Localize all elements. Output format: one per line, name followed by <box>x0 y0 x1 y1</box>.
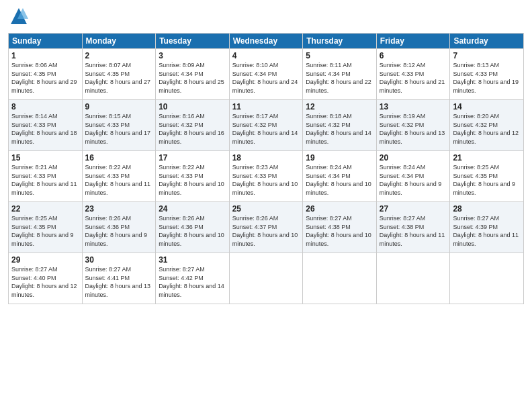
day-info: Sunrise: 8:13 AMSunset: 4:33 PMDaylight:… <box>453 62 519 94</box>
day-number: 12 <box>306 102 373 111</box>
calendar-cell: 16Sunrise: 8:22 AMSunset: 4:33 PMDayligh… <box>82 151 156 202</box>
day-number: 6 <box>380 51 447 60</box>
day-number: 14 <box>453 102 521 111</box>
day-number: 13 <box>380 102 447 111</box>
day-number: 17 <box>159 153 226 163</box>
calendar-cell: 29Sunrise: 8:27 AMSunset: 4:40 PMDayligh… <box>9 253 83 304</box>
calendar-cell: 23Sunrise: 8:26 AMSunset: 4:36 PMDayligh… <box>82 202 156 253</box>
day-info: Sunrise: 8:20 AMSunset: 4:32 PMDaylight:… <box>453 113 519 145</box>
calendar-cell: 4Sunrise: 8:10 AMSunset: 4:34 PMDaylight… <box>229 49 303 100</box>
calendar-cell: 25Sunrise: 8:26 AMSunset: 4:37 PMDayligh… <box>229 202 303 253</box>
day-info: Sunrise: 8:27 AMSunset: 4:41 PMDaylight:… <box>85 266 151 298</box>
weekday-header-friday: Friday <box>376 34 450 49</box>
day-number: 10 <box>159 102 226 111</box>
day-info: Sunrise: 8:14 AMSunset: 4:33 PMDaylight:… <box>11 113 77 145</box>
day-info: Sunrise: 8:06 AMSunset: 4:35 PMDaylight:… <box>11 62 77 94</box>
day-number: 29 <box>11 255 79 265</box>
day-info: Sunrise: 8:15 AMSunset: 4:33 PMDaylight:… <box>85 113 151 145</box>
day-number: 4 <box>232 51 300 60</box>
calendar-cell: 31Sunrise: 8:27 AMSunset: 4:42 PMDayligh… <box>156 253 230 304</box>
week-row-4: 22Sunrise: 8:25 AMSunset: 4:35 PMDayligh… <box>9 202 524 253</box>
day-info: Sunrise: 8:26 AMSunset: 4:37 PMDaylight:… <box>232 215 298 247</box>
day-number: 23 <box>85 204 153 214</box>
calendar-cell: 7Sunrise: 8:13 AMSunset: 4:33 PMDaylight… <box>450 49 524 100</box>
day-info: Sunrise: 8:23 AMSunset: 4:33 PMDaylight:… <box>232 164 298 196</box>
header <box>8 7 524 29</box>
day-info: Sunrise: 8:16 AMSunset: 4:32 PMDaylight:… <box>159 113 224 145</box>
calendar-cell: 22Sunrise: 8:25 AMSunset: 4:35 PMDayligh… <box>9 202 83 253</box>
weekday-header-wednesday: Wednesday <box>229 34 303 49</box>
calendar-cell: 14Sunrise: 8:20 AMSunset: 4:32 PMDayligh… <box>450 100 524 151</box>
weekday-header-tuesday: Tuesday <box>156 34 230 49</box>
day-info: Sunrise: 8:27 AMSunset: 4:40 PMDaylight:… <box>11 266 77 298</box>
day-info: Sunrise: 8:17 AMSunset: 4:32 PMDaylight:… <box>232 113 298 145</box>
day-info: Sunrise: 8:25 AMSunset: 4:35 PMDaylight:… <box>453 164 515 196</box>
day-info: Sunrise: 8:19 AMSunset: 4:32 PMDaylight:… <box>380 113 445 145</box>
day-info: Sunrise: 8:26 AMSunset: 4:36 PMDaylight:… <box>85 215 148 247</box>
calendar-cell: 15Sunrise: 8:21 AMSunset: 4:33 PMDayligh… <box>9 151 83 202</box>
day-number: 2 <box>85 51 153 60</box>
calendar-cell: 18Sunrise: 8:23 AMSunset: 4:33 PMDayligh… <box>229 151 303 202</box>
day-info: Sunrise: 8:24 AMSunset: 4:34 PMDaylight:… <box>380 164 442 196</box>
weekday-header-monday: Monday <box>82 34 156 49</box>
day-number: 11 <box>232 102 300 111</box>
day-number: 24 <box>159 204 226 214</box>
calendar-cell: 28Sunrise: 8:27 AMSunset: 4:39 PMDayligh… <box>450 202 524 253</box>
calendar-cell: 11Sunrise: 8:17 AMSunset: 4:32 PMDayligh… <box>229 100 303 151</box>
calendar-cell: 27Sunrise: 8:27 AMSunset: 4:38 PMDayligh… <box>376 202 450 253</box>
day-number: 28 <box>453 204 521 214</box>
calendar-cell <box>450 253 524 304</box>
day-number: 27 <box>380 204 447 214</box>
day-info: Sunrise: 8:26 AMSunset: 4:36 PMDaylight:… <box>159 215 224 247</box>
week-row-1: 1Sunrise: 8:06 AMSunset: 4:35 PMDaylight… <box>9 49 524 100</box>
day-number: 7 <box>453 51 521 60</box>
calendar-cell: 2Sunrise: 8:07 AMSunset: 4:35 PMDaylight… <box>82 49 156 100</box>
calendar-cell: 3Sunrise: 8:09 AMSunset: 4:34 PMDaylight… <box>156 49 230 100</box>
calendar-cell: 12Sunrise: 8:18 AMSunset: 4:32 PMDayligh… <box>303 100 377 151</box>
day-number: 16 <box>85 153 153 163</box>
day-info: Sunrise: 8:21 AMSunset: 4:33 PMDaylight:… <box>11 164 77 196</box>
day-number: 22 <box>11 204 79 214</box>
day-number: 9 <box>85 102 153 111</box>
week-row-2: 8Sunrise: 8:14 AMSunset: 4:33 PMDaylight… <box>9 100 524 151</box>
calendar-cell: 1Sunrise: 8:06 AMSunset: 4:35 PMDaylight… <box>9 49 83 100</box>
day-number: 8 <box>11 102 79 111</box>
calendar-cell <box>303 253 377 304</box>
day-info: Sunrise: 8:07 AMSunset: 4:35 PMDaylight:… <box>85 62 151 94</box>
calendar-cell: 8Sunrise: 8:14 AMSunset: 4:33 PMDaylight… <box>9 100 83 151</box>
day-info: Sunrise: 8:11 AMSunset: 4:34 PMDaylight:… <box>306 62 371 94</box>
weekday-header-thursday: Thursday <box>303 34 377 49</box>
day-info: Sunrise: 8:12 AMSunset: 4:33 PMDaylight:… <box>380 62 445 94</box>
weekday-header-saturday: Saturday <box>450 34 524 49</box>
day-info: Sunrise: 8:27 AMSunset: 4:38 PMDaylight:… <box>380 215 445 247</box>
day-info: Sunrise: 8:27 AMSunset: 4:39 PMDaylight:… <box>453 215 519 247</box>
day-info: Sunrise: 8:27 AMSunset: 4:38 PMDaylight:… <box>306 215 371 247</box>
calendar-cell: 17Sunrise: 8:22 AMSunset: 4:33 PMDayligh… <box>156 151 230 202</box>
weekday-header-row: SundayMondayTuesdayWednesdayThursdayFrid… <box>9 34 524 49</box>
day-info: Sunrise: 8:22 AMSunset: 4:33 PMDaylight:… <box>85 164 151 196</box>
calendar-cell: 24Sunrise: 8:26 AMSunset: 4:36 PMDayligh… <box>156 202 230 253</box>
day-info: Sunrise: 8:25 AMSunset: 4:35 PMDaylight:… <box>11 215 74 247</box>
day-info: Sunrise: 8:10 AMSunset: 4:34 PMDaylight:… <box>232 62 298 94</box>
calendar-cell: 13Sunrise: 8:19 AMSunset: 4:32 PMDayligh… <box>376 100 450 151</box>
day-number: 26 <box>306 204 373 214</box>
day-number: 30 <box>85 255 153 265</box>
logo-icon <box>9 7 28 26</box>
week-row-3: 15Sunrise: 8:21 AMSunset: 4:33 PMDayligh… <box>9 151 524 202</box>
calendar-cell: 26Sunrise: 8:27 AMSunset: 4:38 PMDayligh… <box>303 202 377 253</box>
calendar-cell: 20Sunrise: 8:24 AMSunset: 4:34 PMDayligh… <box>376 151 450 202</box>
weekday-header-sunday: Sunday <box>9 34 83 49</box>
day-number: 3 <box>159 51 226 60</box>
calendar-cell: 19Sunrise: 8:24 AMSunset: 4:34 PMDayligh… <box>303 151 377 202</box>
calendar-cell <box>376 253 450 304</box>
day-number: 31 <box>159 255 226 265</box>
day-info: Sunrise: 8:09 AMSunset: 4:34 PMDaylight:… <box>159 62 224 94</box>
day-info: Sunrise: 8:22 AMSunset: 4:33 PMDaylight:… <box>159 164 224 196</box>
day-number: 21 <box>453 153 521 163</box>
day-number: 1 <box>11 51 79 60</box>
day-number: 20 <box>380 153 447 163</box>
week-row-5: 29Sunrise: 8:27 AMSunset: 4:40 PMDayligh… <box>9 253 524 304</box>
calendar-table: SundayMondayTuesdayWednesdayThursdayFrid… <box>8 33 524 304</box>
day-number: 5 <box>306 51 373 60</box>
day-number: 15 <box>11 153 79 163</box>
